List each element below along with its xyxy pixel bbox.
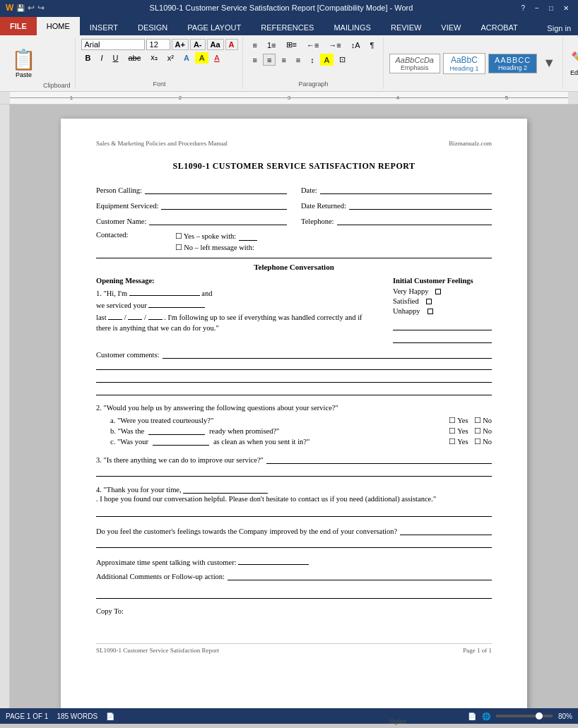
document-scroll-area[interactable]: Sales & Marketing Policies and Procedure… — [10, 105, 578, 708]
approx-time-input[interactable] — [238, 556, 309, 565]
footer-left: SL1090-1 Customer Service Satisfaction R… — [96, 647, 219, 654]
redo-icon[interactable]: ↪ — [37, 3, 45, 13]
align-left-button[interactable]: ≡ — [249, 54, 261, 66]
editing-button[interactable]: ✏️ Editing — [570, 51, 578, 76]
name-blank[interactable] — [129, 287, 200, 296]
superscript-button[interactable]: x² — [163, 52, 178, 64]
font-name-select[interactable]: Arial — [81, 39, 145, 50]
font-section: Arial 12 A+ A- Aa A B I U abc x₂ x² A A … — [77, 37, 243, 89]
q2b-suffix: ready when promised?" — [209, 427, 279, 435]
equipment-input[interactable] — [161, 200, 287, 210]
tab-acrobat[interactable]: ACROBAT — [471, 20, 527, 35]
q2b-blank[interactable] — [148, 426, 205, 435]
date3-blank[interactable] — [148, 311, 163, 320]
editing-section: ✏️ Editing — [565, 37, 578, 89]
tab-home[interactable]: HOME — [37, 17, 80, 35]
paste-button[interactable]: 📋 Paste — [7, 37, 40, 89]
q2b-text: b. "Was the — [110, 427, 144, 435]
change-case-button[interactable]: Aa — [207, 39, 224, 50]
customer-name-input[interactable] — [149, 215, 287, 225]
shrink-font-button[interactable]: A- — [190, 39, 206, 50]
document-info-icon[interactable]: 📄 — [106, 712, 114, 720]
tab-insert[interactable]: INSERT — [80, 20, 128, 35]
telephone-input[interactable] — [337, 215, 493, 225]
increase-indent-button[interactable]: →≡ — [324, 39, 345, 51]
clipboard-right: Clipboard — [43, 37, 71, 89]
tab-design[interactable]: DESIGN — [128, 20, 177, 35]
tab-references[interactable]: REFERENCES — [251, 20, 324, 35]
close-button[interactable]: ✕ — [560, 4, 572, 13]
layout-web-icon[interactable]: 🌐 — [482, 712, 490, 720]
strikethrough-button[interactable]: abc — [124, 52, 146, 64]
date1-blank[interactable] — [108, 311, 122, 320]
tab-mailings[interactable]: MAILINGS — [324, 20, 381, 35]
window-controls: ? − □ ✕ — [518, 4, 572, 13]
zoom-level: 80% — [558, 712, 572, 720]
tab-view[interactable]: VIEW — [431, 20, 471, 35]
numbering-button[interactable]: 1≡ — [263, 39, 281, 51]
feelings-title: Initial Customer Feelings — [393, 277, 492, 285]
satisfied-checkbox[interactable] — [426, 299, 432, 304]
help-button[interactable]: ? — [518, 4, 529, 13]
unhappy-checkbox[interactable] — [427, 309, 433, 314]
copy-to-row: Copy To: — [96, 607, 492, 615]
line-spacing-button[interactable]: ↕ — [306, 54, 319, 66]
date-input[interactable] — [320, 184, 492, 194]
text-effects-button[interactable]: A — [179, 52, 194, 64]
sort-button[interactable]: ↕A — [347, 39, 365, 51]
q2-block: 2. "Would you help us by answering the f… — [96, 404, 492, 446]
style-heading1[interactable]: AaBbC Heading 1 — [443, 53, 485, 74]
multilevel-list-button[interactable]: ⊞≡ — [282, 39, 301, 51]
style-heading2[interactable]: AABBCC Heading 2 — [488, 54, 537, 73]
date2-blank[interactable] — [128, 311, 142, 320]
title-bar-left: W 💾 ↩ ↪ — [6, 3, 45, 13]
tab-review[interactable]: REVIEW — [381, 20, 431, 35]
contacted-no-row: ☐ No – left message with: — [175, 242, 257, 252]
clipboard-section: 📋 Paste Clipboard — [3, 37, 76, 89]
telephone-label: Telephone: — [301, 217, 334, 225]
align-center-button[interactable]: ≡ — [263, 54, 276, 66]
undo-icon[interactable]: ↩ — [28, 3, 35, 13]
tab-file[interactable]: FILE — [0, 17, 37, 35]
page-footer: SL1090-1 Customer Service Satisfaction R… — [96, 643, 492, 654]
font-color-button[interactable]: A — [210, 52, 223, 64]
contacted-label: Contacted: — [96, 231, 129, 239]
borders-button[interactable]: ⊡ — [335, 54, 350, 66]
tab-page-layout[interactable]: PAGE LAYOUT — [177, 20, 251, 35]
font-size-select[interactable]: 12 — [146, 39, 170, 50]
minimize-button[interactable]: − — [531, 4, 543, 13]
feelings-question: Do you feel the customer's feelings towa… — [96, 527, 397, 535]
customer-comments-label: Customer comments: — [96, 351, 160, 359]
service-blank[interactable] — [148, 299, 205, 308]
q2c-blank[interactable] — [153, 437, 209, 446]
highlight-button[interactable]: A — [195, 52, 208, 64]
save-icon[interactable]: 💾 — [16, 4, 25, 12]
justify-button[interactable]: ≡ — [292, 54, 305, 66]
q4-blank[interactable] — [183, 485, 268, 494]
bullets-button[interactable]: ≡ — [249, 39, 261, 51]
q2c-no: ☐ No — [474, 437, 492, 446]
underline-button[interactable]: U — [109, 52, 123, 64]
zoom-slider[interactable] — [496, 715, 553, 717]
grow-font-button[interactable]: A+ — [172, 39, 189, 50]
bold-button[interactable]: B — [81, 52, 95, 64]
layout-print-icon[interactable]: 📄 — [468, 712, 476, 720]
font-row2: B I U abc x₂ x² A A A — [81, 52, 238, 64]
clear-format-button[interactable]: A — [225, 39, 238, 50]
decrease-indent-button[interactable]: ←≡ — [302, 39, 323, 51]
feelings-section: Initial Customer Feelings Very Happy Sat… — [393, 277, 492, 343]
italic-button[interactable]: I — [96, 52, 107, 64]
subscript-button[interactable]: x₂ — [146, 52, 162, 64]
show-marks-button[interactable]: ¶ — [366, 39, 379, 51]
shading-button[interactable]: A — [320, 54, 334, 66]
very-happy-checkbox[interactable] — [435, 289, 441, 294]
restore-button[interactable]: □ — [545, 4, 557, 13]
q2a-yes: ☐ Yes — [449, 416, 468, 424]
q2b-yn: ☐ Yes ☐ No — [449, 426, 492, 435]
date-returned-input[interactable] — [349, 200, 492, 210]
additional-comments-row: Additional Comments or Follow-up action: — [96, 571, 492, 580]
person-calling-input[interactable] — [145, 184, 287, 194]
style-emphasis[interactable]: AaBbCcDa Emphasis — [389, 54, 440, 73]
align-right-button[interactable]: ≡ — [277, 54, 290, 66]
signin-link[interactable]: Sign in — [540, 21, 578, 35]
